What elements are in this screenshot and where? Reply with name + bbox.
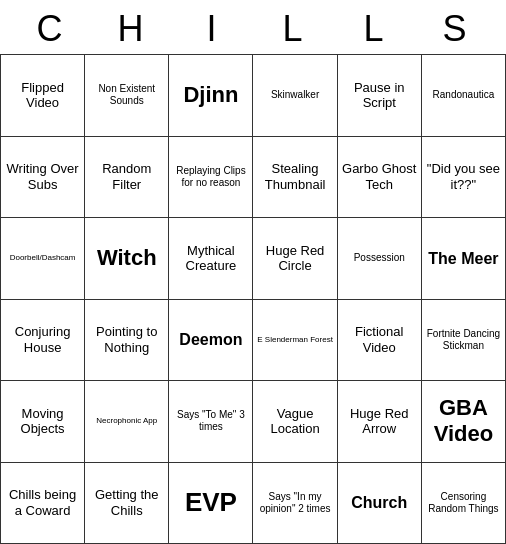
cell-text-1: Non Existent Sounds — [88, 83, 165, 107]
bingo-title: C H I L L S — [0, 0, 506, 54]
cell-text-20: Deemon — [179, 330, 242, 349]
title-c: C — [10, 8, 91, 50]
grid-cell-27: Vague Location — [253, 381, 337, 463]
cell-text-22: Fictional Video — [341, 324, 418, 355]
cell-text-34: Church — [351, 493, 407, 512]
cell-text-26: Says "To Me" 3 times — [172, 409, 249, 433]
grid-cell-35: Censoring Random Things — [422, 463, 506, 545]
grid-cell-9: Stealing Thumbnail — [253, 137, 337, 219]
grid-cell-2: Djinn — [169, 55, 253, 137]
cell-text-5: Randonautica — [433, 89, 495, 101]
cell-text-3: Skinwalker — [271, 89, 319, 101]
title-s: S — [415, 8, 496, 50]
grid-cell-29: GBA Video — [422, 381, 506, 463]
cell-text-2: Djinn — [183, 82, 238, 108]
grid-cell-33: Says "In my opinion" 2 times — [253, 463, 337, 545]
cell-text-27: Vague Location — [256, 406, 333, 437]
cell-text-25: Necrophonic App — [96, 416, 157, 426]
grid-cell-4: Pause in Script — [338, 55, 422, 137]
grid-cell-7: Random Filter — [85, 137, 169, 219]
grid-cell-23: Fortnite Dancing Stickman — [422, 300, 506, 382]
grid-cell-34: Church — [338, 463, 422, 545]
grid-cell-19: Pointing to Nothing — [85, 300, 169, 382]
cell-text-35: Censoring Random Things — [425, 491, 502, 515]
bingo-grid: Flipped VideoNon Existent SoundsDjinnSki… — [0, 54, 506, 544]
cell-text-18: Conjuring House — [4, 324, 81, 355]
cell-text-11: "Did you see it??" — [425, 161, 502, 192]
title-l2: L — [334, 8, 415, 50]
cell-text-32: EVP — [185, 487, 237, 518]
cell-text-31: Getting the Chills — [88, 487, 165, 518]
cell-text-0: Flipped Video — [4, 80, 81, 111]
cell-text-28: Huge Red Arrow — [341, 406, 418, 437]
cell-text-4: Pause in Script — [341, 80, 418, 111]
grid-cell-11: "Did you see it??" — [422, 137, 506, 219]
title-h: H — [91, 8, 172, 50]
cell-text-15: Huge Red Circle — [256, 243, 333, 274]
cell-text-29: GBA Video — [425, 395, 502, 448]
grid-cell-21: E Slenderman Forest — [253, 300, 337, 382]
grid-cell-32: EVP — [169, 463, 253, 545]
grid-cell-14: Mythical Creature — [169, 218, 253, 300]
cell-text-10: Garbo Ghost Tech — [341, 161, 418, 192]
grid-cell-20: Deemon — [169, 300, 253, 382]
grid-cell-30: Chills being a Coward — [1, 463, 85, 545]
grid-cell-25: Necrophonic App — [85, 381, 169, 463]
grid-cell-26: Says "To Me" 3 times — [169, 381, 253, 463]
title-i: I — [172, 8, 253, 50]
grid-cell-31: Getting the Chills — [85, 463, 169, 545]
cell-text-24: Moving Objects — [4, 406, 81, 437]
grid-cell-10: Garbo Ghost Tech — [338, 137, 422, 219]
cell-text-6: Writing Over Subs — [4, 161, 81, 192]
grid-cell-16: Possession — [338, 218, 422, 300]
grid-cell-13: Witch — [85, 218, 169, 300]
grid-cell-3: Skinwalker — [253, 55, 337, 137]
cell-text-13: Witch — [97, 245, 157, 271]
cell-text-21: E Slenderman Forest — [257, 335, 333, 345]
cell-text-8: Replaying Clips for no reason — [172, 165, 249, 189]
cell-text-16: Possession — [354, 252, 405, 264]
cell-text-17: The Meer — [428, 249, 498, 268]
grid-cell-28: Huge Red Arrow — [338, 381, 422, 463]
cell-text-30: Chills being a Coward — [4, 487, 81, 518]
title-l1: L — [253, 8, 334, 50]
grid-cell-17: The Meer — [422, 218, 506, 300]
grid-cell-6: Writing Over Subs — [1, 137, 85, 219]
grid-cell-24: Moving Objects — [1, 381, 85, 463]
cell-text-14: Mythical Creature — [172, 243, 249, 274]
grid-cell-1: Non Existent Sounds — [85, 55, 169, 137]
cell-text-9: Stealing Thumbnail — [256, 161, 333, 192]
grid-cell-22: Fictional Video — [338, 300, 422, 382]
grid-cell-18: Conjuring House — [1, 300, 85, 382]
grid-cell-5: Randonautica — [422, 55, 506, 137]
grid-cell-15: Huge Red Circle — [253, 218, 337, 300]
cell-text-19: Pointing to Nothing — [88, 324, 165, 355]
cell-text-33: Says "In my opinion" 2 times — [256, 491, 333, 515]
cell-text-12: Doorbell/Dashcam — [10, 253, 76, 263]
cell-text-7: Random Filter — [88, 161, 165, 192]
grid-cell-12: Doorbell/Dashcam — [1, 218, 85, 300]
grid-cell-8: Replaying Clips for no reason — [169, 137, 253, 219]
cell-text-23: Fortnite Dancing Stickman — [425, 328, 502, 352]
grid-cell-0: Flipped Video — [1, 55, 85, 137]
